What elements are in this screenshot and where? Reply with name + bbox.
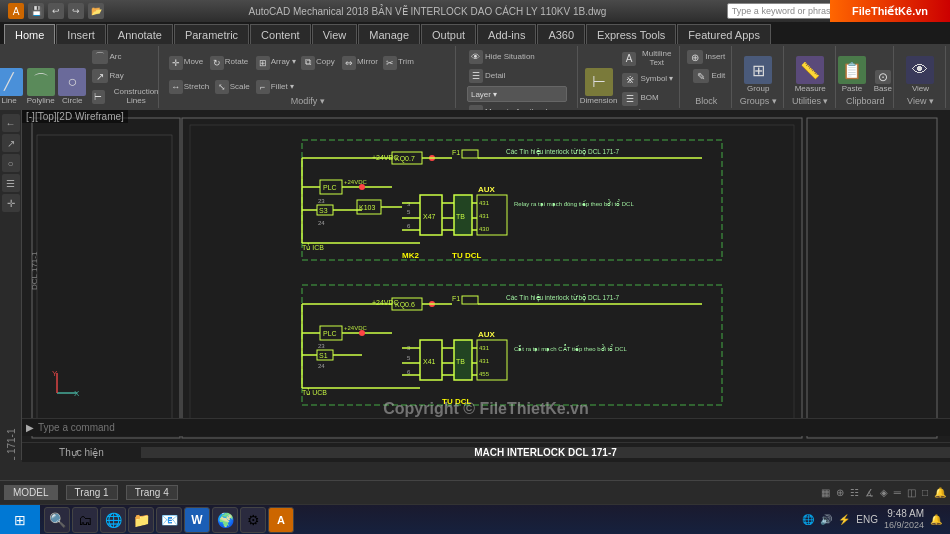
left-tool-3[interactable]: ○ [2,154,20,172]
tool-copy[interactable]: ⧉ Copy [299,54,339,72]
taskbar-search[interactable]: 🔍 [44,507,70,533]
status-object-snap[interactable]: ◈ [880,487,888,498]
tool-ray[interactable]: ↗ Ray [90,67,167,85]
quick-open-btn[interactable]: 📂 [88,3,104,19]
left-tool-5[interactable]: ✛ [2,194,20,212]
taskbar-word[interactable]: W [184,507,210,533]
tool-measure[interactable]: 📏 Measure [793,54,828,96]
tab-insert[interactable]: Insert [56,24,106,44]
tool-polyline[interactable]: ⌒ Polyline [26,66,55,108]
tray-lang[interactable]: ENG [856,514,878,525]
tray-power[interactable]: ⚡ [838,514,850,525]
taskbar-edge[interactable]: 🌐 [100,507,126,533]
tool-hide-situation[interactable]: 👁 Hide Situation [467,48,568,66]
start-button[interactable]: ⊞ [0,505,40,535]
tool-detail[interactable]: ☰ Detail [467,67,568,85]
tool-stretch[interactable]: ↔ Stretch [167,78,212,96]
status-tab-layout1[interactable]: Trang 1 [66,485,118,500]
tab-parametric[interactable]: Parametric [174,24,249,44]
quick-undo-btn[interactable]: ↩ [48,3,64,19]
tray-network[interactable]: 🌐 [802,514,814,525]
svg-text:431: 431 [479,358,490,364]
tool-base[interactable]: ⊙ Base [871,68,895,96]
tool-group[interactable]: ⊞ Group [742,54,774,96]
tab-content[interactable]: Content [250,24,311,44]
svg-text:23: 23 [318,198,325,204]
svg-text:TB: TB [456,358,465,365]
tool-trim[interactable]: ✂ Trim [381,54,421,72]
left-tool-4[interactable]: ☰ [2,174,20,192]
taskbar-outlook[interactable]: 📧 [156,507,182,533]
tool-scale[interactable]: ⤡ Scale [213,78,253,96]
tab-manage[interactable]: Manage [358,24,420,44]
taskbar-chrome[interactable]: 🌍 [212,507,238,533]
status-grid[interactable]: ▦ [821,487,830,498]
block-group-label: Block [695,96,717,106]
tab-express[interactable]: Express Tools [586,24,676,44]
tab-view[interactable]: View [312,24,358,44]
bottom-info-bar: Thực hiện MACH INTERLOCK DCL 171-7 [22,442,950,462]
tab-home[interactable]: Home [4,24,55,44]
tool-paste[interactable]: 📋 Paste [836,54,868,96]
clock[interactable]: 9:48 AM 16/9/2024 [884,507,924,532]
svg-text:TU DCL: TU DCL [442,397,471,406]
ribbon-group-annotation: ⊢ Dimension A Multiline Text ※ Symbol ▾ … [580,46,680,108]
tool-multiline-text[interactable]: A Multiline Text [620,48,677,70]
tray-volume[interactable]: 🔊 [820,514,832,525]
status-selection[interactable]: □ [922,487,928,498]
tool-construction[interactable]: ⊢ Construction Lines [90,86,167,108]
status-lineweight[interactable]: ═ [894,487,901,498]
tool-mirror[interactable]: ⇔ Mirror [340,54,380,72]
layer-dropdown[interactable]: Layer ▾ [467,86,568,102]
status-snap[interactable]: ⊕ [836,487,844,498]
cad-canvas[interactable]: [-][Top][2D Wireframe] X Y [22,110,950,460]
svg-text:DCL 171-1: DCL 171-1 [30,251,39,290]
tab-addins[interactable]: Add-ins [477,24,536,44]
svg-text:MK2: MK2 [402,251,419,260]
tool-bom[interactable]: ☰ BOM [620,90,677,108]
taskbar-explorer[interactable]: 📁 [128,507,154,533]
tool-array[interactable]: ⊞ Array ▾ [254,54,298,72]
taskbar-autocad[interactable]: A [268,507,294,533]
tool-edit[interactable]: ✎ Edit [691,67,727,85]
taskbar-tray: 🌐 🔊 ⚡ ENG 9:48 AM 16/9/2024 🔔 [794,507,950,532]
svg-text:KQ0.7: KQ0.7 [395,155,415,163]
ribbon-group-modify: ✛ Move ↻ Rotate ⊞ Array ▾ ⧉ Copy ⇔ Mir [161,46,456,108]
tray-notification[interactable]: 🔔 [930,514,942,525]
tool-fillet[interactable]: ⌐ Fillet ▾ [254,78,296,96]
tab-annotate[interactable]: Annotate [107,24,173,44]
status-ortho[interactable]: ☷ [850,487,859,498]
ribbon-group-groups: ⊞ Group Groups ▾ [734,46,784,108]
tab-a360[interactable]: A360 [537,24,585,44]
quick-redo-btn[interactable]: ↪ [68,3,84,19]
left-tool-2[interactable]: ↗ [2,134,20,152]
tool-view[interactable]: 👁 View [904,54,936,96]
quick-save-btn[interactable]: 💾 [28,3,44,19]
tab-featured[interactable]: Featured Apps [677,24,771,44]
taskbar-settings[interactable]: ⚙ [240,507,266,533]
tool-symbol[interactable]: ※ Symbol ▾ [620,71,677,89]
svg-text:AUX: AUX [478,185,496,194]
svg-text:+24VDC: +24VDC [344,179,368,185]
tool-move[interactable]: ✛ Move [167,54,207,72]
status-transparency[interactable]: ◫ [907,487,916,498]
svg-text:430: 430 [479,226,490,232]
tool-dimension[interactable]: ⊢ Dimension [581,66,617,108]
tab-output[interactable]: Output [421,24,476,44]
tool-insert[interactable]: ⊕ Insert [685,48,727,66]
svg-text:TU DCL: TU DCL [452,251,481,260]
tool-arc[interactable]: ⌒ Arc [90,48,167,66]
taskbar-taskview[interactable]: 🗂 [72,507,98,533]
status-tab-layout2[interactable]: Trang 4 [126,485,178,500]
command-input[interactable] [38,422,946,433]
status-annotation[interactable]: 🔔 [934,487,946,498]
status-polar[interactable]: ∡ [865,487,874,498]
tool-move-to-layer[interactable]: → Move to Another Layer [467,103,568,110]
tool-circle[interactable]: ○ Circle [58,66,87,108]
ribbon-group-layers: 👁 Hide Situation ☰ Detail Layer ▾ → Move… [458,46,578,108]
status-tab-model[interactable]: MODEL [4,485,58,500]
tool-rotate[interactable]: ↻ Rotate [208,54,253,72]
svg-text:Các Tín hiệu interlock từ bộ D: Các Tín hiệu interlock từ bộ DCL 171-7 [506,294,620,302]
left-tool-1[interactable]: ← [2,114,20,132]
tool-line[interactable]: ╱ Line [0,66,23,108]
